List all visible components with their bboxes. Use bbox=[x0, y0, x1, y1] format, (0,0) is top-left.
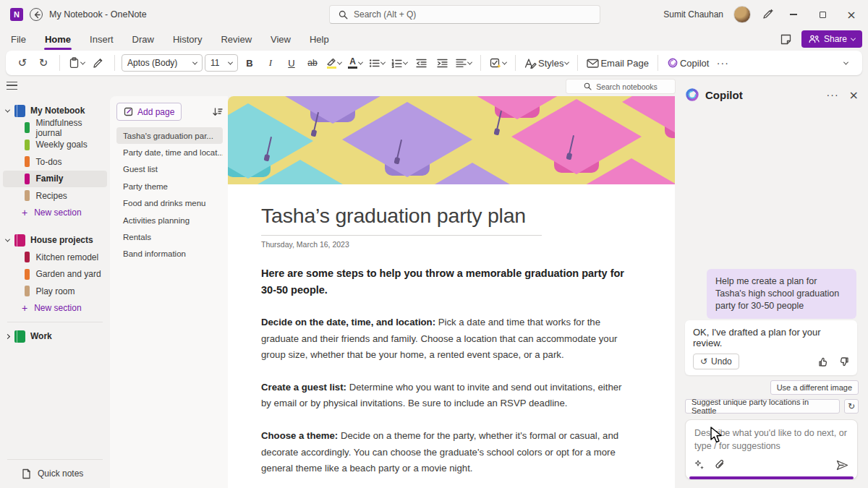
new-section-button[interactable]: + New section bbox=[0, 205, 110, 222]
increase-indent-button[interactable] bbox=[433, 53, 451, 72]
paragraph[interactable]: Create a guest list: Determine who you w… bbox=[261, 380, 626, 412]
menu-home[interactable]: Home bbox=[44, 31, 72, 48]
numbered-list-button[interactable] bbox=[389, 53, 409, 72]
search-icon bbox=[339, 10, 348, 20]
avatar[interactable] bbox=[733, 6, 751, 23]
send-icon[interactable] bbox=[836, 460, 848, 471]
quick-notes-label: Quick notes bbox=[38, 468, 83, 479]
section-label: Play room bbox=[36, 286, 75, 296]
intro-paragraph[interactable]: Here are some steps to help you throw a … bbox=[261, 265, 626, 299]
notebook-work[interactable]: Work bbox=[0, 328, 110, 345]
menu-history[interactable]: History bbox=[172, 31, 203, 48]
composer-accent-bar bbox=[689, 476, 854, 479]
section-to-dos[interactable]: To-dos bbox=[3, 153, 107, 171]
bold-button[interactable]: B bbox=[240, 53, 259, 72]
section-label: Kitchen remodel bbox=[36, 252, 99, 262]
align-button[interactable] bbox=[454, 53, 474, 72]
page-item[interactable]: Party theme bbox=[116, 178, 223, 194]
menu-bar: File Home Insert Draw History Review Vie… bbox=[0, 29, 868, 49]
section-tab-icon bbox=[25, 174, 30, 184]
page-item[interactable]: Activities planning bbox=[116, 212, 223, 228]
highlight-color-button[interactable] bbox=[324, 53, 344, 72]
copilot-more-button[interactable]: ··· bbox=[827, 89, 839, 100]
global-search-input[interactable]: Search (Alt + Q) bbox=[329, 5, 600, 24]
rewrite-sparkle-icon[interactable] bbox=[694, 460, 705, 470]
close-button[interactable]: × bbox=[842, 5, 861, 24]
new-section-button[interactable]: + New section bbox=[0, 300, 110, 317]
page-title[interactable]: Tasha’s graduation party plan bbox=[261, 204, 633, 228]
sticky-notes-icon[interactable] bbox=[777, 30, 796, 48]
pen-mode-icon[interactable] bbox=[761, 8, 774, 21]
attach-paperclip-icon[interactable] bbox=[715, 460, 725, 470]
styles-button[interactable]: Styles bbox=[522, 53, 571, 72]
section-recipes[interactable]: Recipes bbox=[3, 187, 107, 205]
use-different-image-button[interactable]: Use a different image bbox=[770, 380, 859, 395]
format-painter-button[interactable] bbox=[89, 53, 108, 72]
page-item[interactable]: Tasha's graduation par... bbox=[116, 127, 223, 144]
collapse-ribbon-button[interactable] bbox=[836, 53, 855, 72]
decrease-indent-button[interactable] bbox=[412, 53, 430, 72]
sort-pages-icon[interactable] bbox=[212, 107, 223, 117]
undo-chat-button[interactable]: ↺ Undo bbox=[693, 354, 739, 369]
font-name-select[interactable]: Aptos (Body) bbox=[122, 54, 203, 72]
suggestion-chip[interactable]: Suggest unique party locations in Seattl… bbox=[685, 399, 840, 414]
page-item[interactable]: Rentals bbox=[116, 228, 223, 245]
font-size-select[interactable]: 11 bbox=[205, 54, 238, 72]
refresh-suggestion-button[interactable]: ↻ bbox=[844, 399, 859, 414]
share-button[interactable]: Share bbox=[801, 30, 862, 48]
menu-help[interactable]: Help bbox=[309, 31, 330, 48]
section-family[interactable]: Family bbox=[3, 171, 107, 188]
page-item[interactable]: Food and drinks menu bbox=[116, 195, 223, 212]
paste-button[interactable] bbox=[67, 53, 87, 72]
section-play-room[interactable]: Play room bbox=[3, 283, 107, 300]
page-canvas[interactable]: Tasha’s graduation party plan Thursday, … bbox=[228, 96, 675, 488]
add-page-icon bbox=[124, 107, 133, 116]
quick-notes-button[interactable]: Quick notes bbox=[0, 465, 110, 482]
menu-review[interactable]: Review bbox=[220, 31, 252, 48]
redo-button[interactable]: ↻ bbox=[34, 53, 53, 72]
add-page-button[interactable]: Add page bbox=[116, 103, 182, 121]
section-weekly-goals[interactable]: Weekly goals bbox=[3, 137, 107, 154]
ribbon-overflow-button[interactable]: ··· bbox=[713, 53, 732, 72]
maximize-button[interactable] bbox=[813, 5, 832, 24]
chevron-down-icon bbox=[337, 59, 342, 64]
menu-file[interactable]: File bbox=[10, 31, 27, 48]
section-mindfulness-journal[interactable]: Mindfulness journal bbox=[3, 119, 107, 137]
paragraph[interactable]: Choose a theme: Decide on a theme for th… bbox=[261, 428, 626, 477]
minimize-button[interactable] bbox=[784, 5, 803, 24]
font-color-button[interactable]: A bbox=[346, 53, 365, 72]
notebook-my-notebook[interactable]: My Notebook bbox=[0, 102, 110, 119]
copilot-close-button[interactable]: × bbox=[849, 88, 859, 102]
add-page-label: Add page bbox=[137, 107, 174, 117]
undo-button[interactable]: ↺ bbox=[13, 53, 32, 72]
email-page-label: Email Page bbox=[600, 58, 648, 69]
paragraph-lead: Choose a theme: bbox=[261, 430, 338, 441]
chevron-down-icon bbox=[851, 35, 856, 40]
underline-button[interactable]: U bbox=[282, 53, 301, 72]
paragraph[interactable]: Decide on the date, time, and location: … bbox=[261, 314, 626, 364]
bullet-list-button[interactable] bbox=[367, 53, 387, 72]
notebook-house-projects[interactable]: House projects bbox=[0, 231, 110, 249]
section-garden-and-yard[interactable]: Garden and yard bbox=[3, 266, 107, 283]
menu-insert[interactable]: Insert bbox=[89, 31, 114, 48]
chevron-right-icon bbox=[5, 333, 10, 338]
section-tab-icon bbox=[25, 122, 30, 133]
page-item[interactable]: Party date, time and locat... bbox=[116, 144, 223, 160]
back-icon[interactable] bbox=[30, 8, 43, 21]
italic-button[interactable]: I bbox=[261, 53, 280, 72]
copilot-logo-icon bbox=[685, 87, 699, 102]
thumbs-up-icon[interactable] bbox=[818, 356, 829, 367]
thumbs-down-icon[interactable] bbox=[838, 356, 849, 367]
page-item[interactable]: Band information bbox=[116, 246, 223, 262]
page-item[interactable]: Guest list bbox=[116, 161, 223, 178]
todo-tag-button[interactable] bbox=[488, 53, 509, 72]
copilot-ribbon-button[interactable]: Copilot bbox=[665, 53, 711, 72]
notebook-icon bbox=[14, 105, 25, 117]
strikethrough-button[interactable]: ab bbox=[303, 53, 322, 72]
section-kitchen-remodel[interactable]: Kitchen remodel bbox=[3, 249, 107, 266]
email-page-button[interactable]: Email Page bbox=[584, 53, 650, 72]
notebooks-search-input[interactable]: Search notebooks bbox=[566, 80, 675, 93]
menu-view[interactable]: View bbox=[270, 31, 292, 48]
hamburger-menu-icon[interactable] bbox=[7, 82, 17, 90]
menu-draw[interactable]: Draw bbox=[132, 31, 155, 48]
